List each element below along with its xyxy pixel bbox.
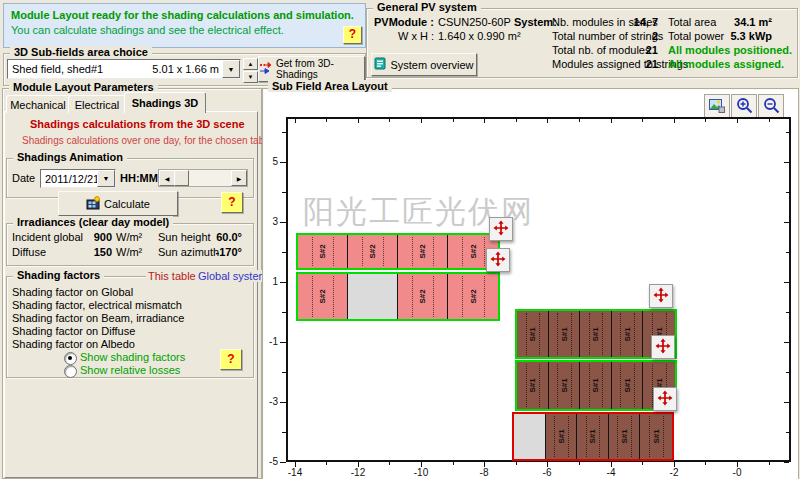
- move-row-button[interactable]: [651, 335, 675, 359]
- system-label: System:: [514, 16, 557, 28]
- spinner-up-button[interactable]: ▲: [243, 58, 258, 70]
- module-row: S#2S#2S#2S#2: [296, 233, 500, 270]
- module-slot[interactable]: S#1: [517, 311, 549, 357]
- subfield-size-value: 5.01 x 1.66 m: [152, 63, 222, 75]
- x-minor-tick: [705, 462, 706, 465]
- x-tick: [674, 119, 675, 123]
- y-tick: [280, 462, 286, 463]
- chevron-down-icon[interactable]: ▼: [97, 170, 115, 187]
- module-slot[interactable]: S#1: [549, 311, 581, 357]
- x-tick-label: -12: [346, 467, 370, 478]
- y-minor-tick: [282, 312, 286, 313]
- module-string-label: S#1: [528, 378, 537, 392]
- y-minor-tick: [786, 192, 789, 193]
- cell-divider: [333, 276, 334, 317]
- tab-shadings-3d[interactable]: Shadings 3D: [124, 92, 206, 113]
- show-shading-factors-label: Show shading factors: [80, 351, 185, 363]
- status-banner: Module Layout ready for the shading calc…: [3, 3, 366, 48]
- cell-divider: [462, 276, 463, 317]
- move-row-button[interactable]: [486, 248, 510, 272]
- cell-divider: [484, 237, 485, 266]
- system-overview-button[interactable]: System overview: [371, 53, 477, 76]
- y-minor-tick: [282, 252, 286, 253]
- cell-divider: [602, 313, 603, 355]
- calculate-help-button[interactable]: ?: [221, 192, 243, 213]
- banner-help-button[interactable]: ?: [343, 26, 362, 44]
- irradiance-label: Incident global: [12, 231, 83, 243]
- move-row-button[interactable]: [653, 387, 677, 411]
- cell-divider: [362, 237, 363, 266]
- spinner-down-button[interactable]: ▼: [243, 71, 258, 83]
- shading-factors-help-button[interactable]: ?: [220, 349, 242, 370]
- zoom-out-button[interactable]: [758, 94, 784, 119]
- transfer-arrows-icon: [259, 62, 272, 76]
- shadings-subheading: Shadings calculations over one day, for …: [22, 135, 275, 146]
- module-slot[interactable]: S#2: [448, 274, 498, 319]
- x-tick: [295, 119, 296, 123]
- zoom-in-button[interactable]: [731, 94, 757, 119]
- status-text: All modules assigned.: [668, 58, 784, 70]
- cell-divider: [557, 313, 558, 355]
- module-slot[interactable]: S#1: [580, 362, 612, 409]
- subfield-select[interactable]: Shed field, shed#1 5.01 x 1.66 m ▼: [7, 59, 241, 79]
- y-minor-tick: [282, 132, 286, 133]
- module-slot[interactable]: S#2: [298, 274, 348, 319]
- module-slot[interactable]: S#2: [398, 235, 448, 268]
- empty-slot[interactable]: [514, 414, 546, 459]
- show-relative-losses-radio[interactable]: [64, 365, 77, 378]
- move-row-button[interactable]: [649, 284, 673, 308]
- cell-divider: [412, 237, 413, 266]
- cell-divider: [462, 237, 463, 266]
- calculate-button[interactable]: Calculate: [58, 191, 178, 216]
- move-row-button[interactable]: [489, 217, 513, 241]
- zoom-in-icon: [736, 97, 753, 116]
- cell-divider: [599, 416, 600, 457]
- slider-right-arrow[interactable]: ▶: [231, 170, 247, 186]
- y-tick: [784, 282, 789, 283]
- chevron-down-icon[interactable]: ▼: [222, 60, 240, 78]
- module-slot[interactable]: S#1: [549, 362, 581, 409]
- module-slot[interactable]: S#2: [298, 235, 348, 268]
- cell-divider: [589, 364, 590, 407]
- module-slot[interactable]: S#1: [580, 311, 612, 357]
- module-row: S#2S#2S#2: [296, 272, 500, 321]
- x-tick: [547, 119, 548, 123]
- module-slot[interactable]: S#1: [517, 362, 549, 409]
- slider-thumb[interactable]: [174, 170, 189, 186]
- cell-divider: [526, 313, 527, 355]
- this-table-link[interactable]: This table: [146, 270, 198, 282]
- show-shading-factors-radio[interactable]: [64, 352, 77, 365]
- empty-slot[interactable]: [348, 274, 398, 319]
- system-row-value: 14, 7: [598, 16, 658, 28]
- slider-left-arrow[interactable]: ◀: [159, 170, 175, 186]
- module-slot[interactable]: S#1: [612, 362, 644, 409]
- system-row-value: 21: [598, 44, 658, 56]
- module-string-label: S#1: [556, 429, 565, 443]
- module-slot[interactable]: S#2: [398, 274, 448, 319]
- module-string-label: S#2: [368, 244, 377, 258]
- module-slot[interactable]: S#2: [348, 235, 398, 268]
- date-label: Date: [12, 172, 35, 184]
- get-from-3d-shadings-button[interactable]: Get from 3D-Shadings: [258, 56, 365, 82]
- shading-factor-item: Shading factor on Beam, irradiance: [12, 312, 184, 324]
- copy-image-button[interactable]: [704, 94, 730, 119]
- layout-panel-title: Sub Field Area Layout: [268, 80, 392, 92]
- subfield-spinner: ▲ ▼: [243, 58, 258, 83]
- module-slot[interactable]: S#1: [640, 414, 672, 459]
- time-slider[interactable]: ◀ ▶: [158, 169, 248, 187]
- y-tick: [784, 462, 789, 463]
- total-row-value: 5.3 kWp: [696, 30, 772, 42]
- general-pv-group-title: General PV system: [373, 1, 481, 13]
- tab-mechanical[interactable]: Mechanical: [6, 95, 70, 113]
- module-slot[interactable]: S#1: [577, 414, 609, 459]
- x-minor-tick: [389, 119, 390, 122]
- module-string-label: S#1: [559, 327, 568, 341]
- tab-electrical[interactable]: Electrical: [68, 95, 126, 113]
- x-tick-label: -6: [535, 467, 559, 478]
- date-select[interactable]: 2011/12/21 ▼: [40, 169, 116, 188]
- module-slot[interactable]: S#1: [609, 414, 641, 459]
- module-slot[interactable]: S#1: [612, 311, 644, 357]
- module-slot[interactable]: S#1: [546, 414, 578, 459]
- calculate-icon: [86, 196, 100, 212]
- cell-divider: [663, 416, 664, 457]
